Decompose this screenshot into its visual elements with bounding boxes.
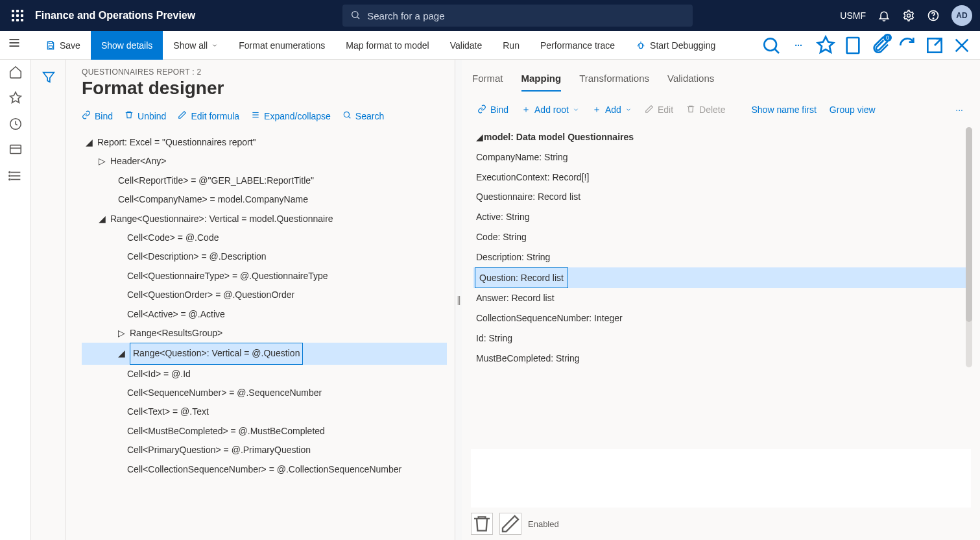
save-button[interactable]: Save [35,31,91,60]
tree-node-selected[interactable]: ◢Range<Question>: Vertical = @.Question [82,343,447,364]
link-icon [82,110,91,121]
recent-icon[interactable] [8,117,23,131]
personalize-icon[interactable] [815,35,836,56]
splitter[interactable]: ‖ [455,60,462,540]
show-all-button[interactable]: Show all [163,31,228,60]
tree-node[interactable]: Cell<QuestionOrder> = @.QuestionOrder [82,286,447,304]
tree-node[interactable]: ◢Report: Excel = "Questionnaires report" [82,133,447,152]
map-bind-button[interactable]: Bind [477,104,508,116]
toolbar-search-icon[interactable] [761,35,782,56]
tree-node[interactable]: ◢model: Data model Questionnaires [473,127,972,147]
bell-icon[interactable] [878,9,890,22]
tree-node[interactable]: ◢Range<Questionnaire>: Vertical = model.… [82,210,447,228]
tree-label: Cell<SequenceNumber> = @.SequenceNumber [127,384,322,402]
map-format-label: Map format to model [346,40,429,51]
show-name-first-button[interactable]: Show name first [751,104,816,115]
map-format-button[interactable]: Map format to model [335,31,439,60]
refresh-icon[interactable] [897,35,918,56]
tree-node[interactable]: Cell<Code> = @.Code [82,228,447,247]
edit-node-button[interactable] [499,513,521,535]
modules-icon[interactable] [8,169,23,183]
expand-collapse-button[interactable]: Expand/collapse [251,110,331,121]
office-icon[interactable] [843,35,863,56]
scrollbar-thumb[interactable] [966,127,972,322]
tree-node[interactable]: Cell<PrimaryQuestion> = @.PrimaryQuestio… [82,441,447,460]
company-label[interactable]: USMF [840,10,866,21]
close-icon[interactable] [951,35,972,56]
tree-node[interactable]: Cell<Active> = @.Active [82,305,447,324]
hamburger-icon[interactable] [8,36,21,51]
tree-node-selected[interactable]: ◢Question: Record list [473,267,972,289]
tree-node[interactable]: Cell<MustBeCompleted> = @.MustBeComplete… [82,422,447,441]
tree-node[interactable]: Description: String [473,247,972,267]
group-view-button[interactable]: Group view [830,104,876,115]
tree-node[interactable]: ▷Answer: Record list [473,288,972,308]
start-debugging-button[interactable]: Start Debugging [625,31,726,60]
popout-icon[interactable] [924,35,945,56]
format-tree[interactable]: ◢Report: Excel = "Questionnaires report"… [82,133,455,479]
overflow-icon[interactable]: ··· [955,104,963,115]
expand-label: Expand/collapse [264,111,331,121]
tree-node[interactable]: Cell<Description> = @.Description [82,247,447,266]
tree-node[interactable]: ◢Questionnaire: Record list [473,187,972,207]
workspaces-icon[interactable] [8,143,23,157]
caret-down-icon[interactable]: ◢ [118,344,125,363]
home-icon[interactable] [8,65,23,79]
tree-node[interactable]: Cell<SequenceNumber> = @.SequenceNumber [82,384,447,402]
validate-button[interactable]: Validate [440,31,493,60]
tree-node[interactable]: MustBeCompleted: String [473,349,972,369]
tree-node[interactable]: Cell<CompanyName> = model.CompanyName [82,190,447,209]
tree-node[interactable]: Cell<Id> = @.Id [82,365,447,384]
tab-validations[interactable]: Validations [667,73,714,92]
global-search-input[interactable] [367,10,685,21]
scrollbar[interactable] [966,127,972,367]
tree-node[interactable]: ▷ExecutionContext: Record[!] [473,167,972,188]
gear-icon[interactable] [902,9,915,22]
tree-node[interactable]: ▷Header<Any> [82,152,447,171]
svg-point-2 [907,14,911,18]
app-launcher-icon[interactable] [8,6,27,25]
svg-marker-24 [10,92,21,103]
delete-node-button[interactable] [471,513,493,535]
global-search[interactable] [342,5,693,27]
tree-label: Description: String [476,247,550,267]
tab-format[interactable]: Format [472,73,503,92]
attachments-icon[interactable]: 0 [870,35,890,56]
add-root-button[interactable]: ＋Add root [521,104,579,116]
caret-right-icon[interactable]: ▷ [118,324,125,343]
unbind-button[interactable]: Unbind [125,110,166,121]
format-enumerations-button[interactable]: Format enumerations [228,31,335,60]
performance-trace-button[interactable]: Performance trace [530,31,625,60]
tab-transformations[interactable]: Transformations [579,73,649,92]
tree-node[interactable]: ▷Range<ResultsGroup> [82,324,447,343]
tree-node[interactable]: CollectionSequenceNumber: Integer [473,308,972,328]
pencil-icon [178,110,187,121]
filter-icon[interactable] [42,70,56,84]
tree-node[interactable]: Active: String [473,207,972,227]
avatar[interactable]: AD [951,5,972,26]
show-details-button[interactable]: Show details [91,31,163,60]
bind-button[interactable]: Bind [82,110,113,121]
tree-node[interactable]: CompanyName: String [473,147,972,167]
more-icon[interactable]: ··· [788,35,809,56]
svg-line-1 [357,17,359,19]
tree-node[interactable]: Cell<CollectionSequenceNumber> = @.Colle… [82,460,447,479]
caret-down-icon[interactable]: ◢ [99,210,105,228]
tab-mapping[interactable]: Mapping [521,73,562,92]
edit-formula-button[interactable]: Edit formula [178,110,239,121]
tree-node[interactable]: Cell<Text> = @.Text [82,402,447,421]
add-button[interactable]: ＋Add [592,104,632,116]
caret-down-icon[interactable]: ◢ [86,133,92,152]
map-bind-label: Bind [490,104,508,115]
run-button[interactable]: Run [492,31,530,60]
tree-node[interactable]: Id: String [473,328,972,349]
tree-node[interactable]: Cell<ReportTitle> = @"GER_LABEL:ReportTi… [82,171,447,190]
caret-right-icon[interactable]: ▷ [99,152,105,171]
tree-node[interactable]: Cell<QuestionnaireType> = @.Questionnair… [82,267,447,286]
help-icon[interactable] [927,9,940,22]
data-model-tree[interactable]: ◢model: Data model Questionnaires Compan… [473,127,972,369]
tree-search-button[interactable]: Search [342,110,384,121]
star-icon[interactable] [8,91,23,105]
caret-down-icon[interactable]: ◢ [476,127,484,147]
tree-node[interactable]: Code: String [473,227,972,247]
